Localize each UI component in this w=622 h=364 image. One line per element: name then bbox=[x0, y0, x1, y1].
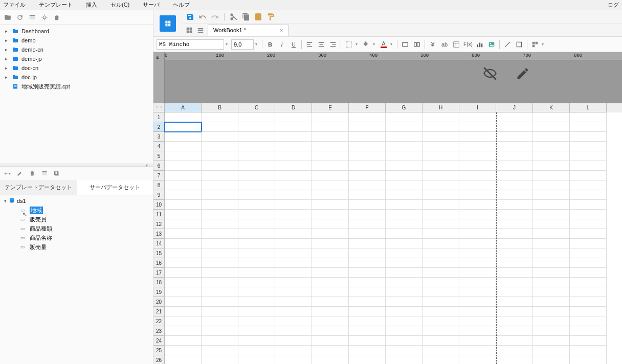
cell[interactable] bbox=[496, 151, 533, 161]
row-header[interactable]: 11 bbox=[153, 210, 165, 219]
cell[interactable] bbox=[496, 268, 533, 278]
cell[interactable] bbox=[312, 326, 349, 336]
cell[interactable] bbox=[202, 287, 238, 297]
cell[interactable] bbox=[423, 122, 459, 132]
row-header[interactable]: 20 bbox=[153, 297, 165, 307]
cell[interactable] bbox=[312, 151, 349, 161]
cell[interactable] bbox=[312, 200, 349, 210]
cell[interactable] bbox=[496, 336, 533, 346]
cell[interactable] bbox=[496, 122, 533, 132]
cell[interactable] bbox=[165, 297, 202, 307]
cell[interactable] bbox=[423, 297, 459, 307]
cell[interactable] bbox=[238, 307, 275, 316]
cell[interactable] bbox=[423, 248, 459, 258]
cell[interactable] bbox=[423, 171, 459, 180]
currency-icon[interactable]: ¥ bbox=[428, 39, 438, 50]
edit-dataset-icon[interactable] bbox=[15, 169, 25, 178]
cell[interactable] bbox=[349, 122, 386, 132]
tree-item[interactable]: ▸doc-jp bbox=[0, 73, 153, 82]
cell[interactable] bbox=[570, 336, 607, 346]
cell[interactable] bbox=[165, 346, 202, 355]
cell[interactable] bbox=[238, 336, 275, 346]
undo-icon[interactable] bbox=[197, 12, 208, 22]
cell[interactable] bbox=[459, 112, 496, 122]
cell[interactable] bbox=[423, 200, 459, 210]
preview-dataset-icon[interactable] bbox=[40, 169, 49, 178]
cell[interactable] bbox=[533, 219, 570, 229]
align-center-icon[interactable] bbox=[316, 39, 326, 50]
cell[interactable] bbox=[459, 297, 496, 307]
cell[interactable] bbox=[496, 278, 533, 287]
cell[interactable] bbox=[496, 287, 533, 297]
cell[interactable] bbox=[570, 278, 607, 287]
cell[interactable] bbox=[386, 219, 423, 229]
cell[interactable] bbox=[349, 200, 386, 210]
cell[interactable] bbox=[423, 278, 459, 287]
cell[interactable] bbox=[202, 278, 238, 287]
cell[interactable] bbox=[165, 180, 202, 190]
formula-icon[interactable]: F(x) bbox=[463, 39, 473, 50]
cell[interactable] bbox=[238, 200, 275, 210]
cell[interactable] bbox=[238, 248, 275, 258]
cell[interactable] bbox=[312, 297, 349, 307]
cell[interactable] bbox=[423, 287, 459, 297]
cell[interactable] bbox=[570, 151, 607, 161]
row-header[interactable]: 9 bbox=[153, 190, 165, 200]
cell[interactable] bbox=[238, 258, 275, 268]
cell[interactable] bbox=[202, 122, 238, 132]
cell[interactable] bbox=[459, 355, 496, 364]
cell[interactable] bbox=[202, 180, 238, 190]
cell[interactable] bbox=[202, 297, 238, 307]
cell[interactable] bbox=[202, 326, 238, 336]
chevron-down-icon[interactable]: ▾ bbox=[255, 42, 259, 47]
cell[interactable] bbox=[275, 336, 312, 346]
row-header[interactable]: 1 bbox=[153, 112, 165, 122]
cell[interactable] bbox=[349, 346, 386, 355]
cell[interactable] bbox=[165, 355, 202, 364]
cell[interactable] bbox=[312, 161, 349, 171]
cell[interactable] bbox=[275, 248, 312, 258]
cell[interactable] bbox=[423, 258, 459, 268]
row-header[interactable]: 17 bbox=[153, 268, 165, 278]
cell[interactable] bbox=[459, 326, 496, 336]
cell[interactable] bbox=[496, 316, 533, 326]
delete-dataset-icon[interactable] bbox=[28, 169, 37, 178]
cell[interactable] bbox=[238, 210, 275, 219]
cell[interactable] bbox=[349, 355, 386, 364]
cell[interactable] bbox=[275, 190, 312, 200]
cell[interactable] bbox=[238, 278, 275, 287]
cell[interactable] bbox=[165, 132, 202, 142]
dataset-field[interactable]: ▭商品種類 bbox=[0, 224, 153, 233]
row-header[interactable]: 7 bbox=[153, 171, 165, 180]
cell[interactable] bbox=[349, 268, 386, 278]
cell[interactable] bbox=[238, 229, 275, 239]
column-header[interactable]: H bbox=[423, 103, 459, 112]
select-all-corner[interactable]: ⋮⋮ bbox=[153, 103, 165, 112]
cell[interactable] bbox=[202, 151, 238, 161]
cell[interactable] bbox=[570, 210, 607, 219]
cell[interactable] bbox=[275, 346, 312, 355]
cell[interactable] bbox=[570, 307, 607, 316]
cell[interactable] bbox=[312, 190, 349, 200]
cell[interactable] bbox=[533, 180, 570, 190]
cell[interactable] bbox=[533, 297, 570, 307]
cell[interactable] bbox=[386, 355, 423, 364]
widget-icon[interactable] bbox=[530, 39, 540, 50]
cell[interactable] bbox=[312, 132, 349, 142]
menu-cell[interactable]: セル(C) bbox=[110, 1, 129, 9]
cell[interactable] bbox=[202, 190, 238, 200]
cell[interactable] bbox=[570, 180, 607, 190]
cell[interactable] bbox=[165, 268, 202, 278]
close-icon[interactable]: × bbox=[280, 27, 283, 33]
cell[interactable] bbox=[349, 326, 386, 336]
cell[interactable] bbox=[459, 200, 496, 210]
column-header[interactable]: J bbox=[496, 103, 533, 112]
cell[interactable] bbox=[386, 210, 423, 219]
cell[interactable] bbox=[202, 132, 238, 142]
cell[interactable] bbox=[275, 268, 312, 278]
cell[interactable] bbox=[165, 210, 202, 219]
cell[interactable] bbox=[349, 171, 386, 180]
column-header[interactable]: K bbox=[533, 103, 570, 112]
font-color-icon[interactable]: A bbox=[379, 39, 389, 50]
cell[interactable] bbox=[165, 326, 202, 336]
